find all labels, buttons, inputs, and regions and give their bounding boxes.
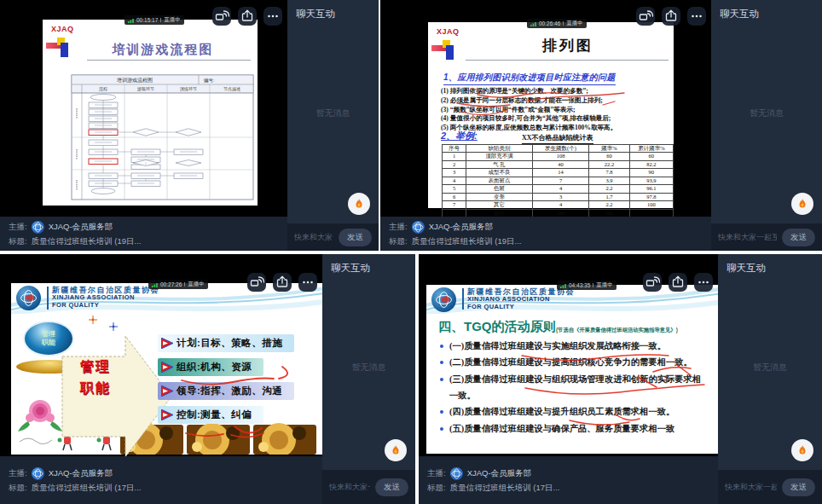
meeting-window-4: 新疆维吾尔自治区质量协会 XINJIANG ASSOCIATION FOR QU…: [419, 254, 822, 504]
cast-button[interactable]: [247, 273, 266, 292]
applause-button[interactable]: [348, 193, 370, 215]
section-1-heading: 1、应用排列图识别改进项目时应注意的问题: [443, 72, 616, 85]
text-line: (2) 必须是属于同一分层标志的数据,才能在一张图上排列;: [441, 96, 667, 106]
live-time: 04:43:35: [569, 282, 590, 288]
globe-icon: [32, 221, 44, 234]
chat-input[interactable]: 快来和大家一起互动吧: [329, 482, 370, 493]
share-button[interactable]: [273, 273, 292, 292]
send-button[interactable]: 发送: [782, 478, 815, 496]
send-button[interactable]: 发送: [782, 229, 815, 246]
share-button[interactable]: [662, 7, 680, 26]
arrow-bullet-icon: [161, 338, 173, 349]
live-label: 直播中: [188, 281, 205, 288]
video-stage: XJAQ 培训游戏流程图 培训游戏流程图 编号: 流程: [0, 0, 287, 217]
send-button[interactable]: 发送: [375, 478, 408, 496]
more-button[interactable]: [687, 7, 706, 26]
association-logo: [16, 286, 41, 310]
arrow-bullet-icon: [161, 362, 173, 373]
signal-icon: [152, 282, 158, 287]
stream-infobar: 主播:XJAQ-会员服务部 标题:质量信得过班组长培训 (17日...: [0, 456, 322, 504]
xjaq-logo: XJAQ: [437, 27, 460, 36]
live-label: 直播中: [566, 20, 583, 27]
stream-title: 质量信得过班组长培训 (19日...: [32, 236, 142, 247]
cast-icon: [247, 273, 266, 292]
flame-icon: [796, 444, 808, 456]
slide-flowchart: XJAQ 培训游戏流程图 培训游戏流程图 编号: 流程: [43, 20, 258, 206]
signal-icon: [128, 18, 134, 23]
share-button[interactable]: [238, 7, 257, 26]
chat-panel: 聊天互动 暂无消息 快来和大家一起互动吧 发送: [711, 0, 822, 251]
arrow-label: 管理 职能: [67, 356, 124, 399]
share-icon: [662, 7, 680, 26]
table-header-cell: 序号: [443, 145, 466, 153]
chat-empty-text: 暂无消息: [287, 107, 379, 119]
share-button[interactable]: [669, 273, 687, 292]
host-label: 主播:: [9, 222, 27, 233]
send-button[interactable]: 发送: [339, 229, 372, 246]
live-time: 00:27:26: [160, 281, 182, 287]
applause-button[interactable]: [385, 439, 407, 461]
more-button[interactable]: [298, 273, 317, 292]
table-cell: 2.2: [589, 201, 629, 209]
table-cell: 成型不良: [466, 169, 533, 177]
table-cell: 合计: [466, 209, 533, 217]
more-icon: [694, 273, 713, 292]
chat-panel: 聊天互动 暂无消息 快来和大家一起互动吧 发送: [322, 254, 415, 504]
applause-button[interactable]: [791, 193, 813, 215]
chat-input[interactable]: 快来和大家一起互动吧: [718, 232, 777, 243]
text-line: (四)质量信得过班组建设与提升组织员工素质需求相一致。: [438, 403, 709, 420]
pareto-points: (1) 排列图依据的原理是“关键的少数、次要的多数”;(2) 必须是属于同一分层…: [441, 87, 667, 133]
meeting-window-2: XJAQ 排列图 1、应用排列图识别改进项目时应注意的问题 (1) 排列图依据的…: [380, 0, 822, 251]
association-name: 新疆维吾尔自治区质量协会 XINJIANG ASSOCIATION FOR QU…: [52, 286, 159, 310]
table-header-cell: 发生频数(个): [532, 145, 588, 153]
chat-empty-text: 暂无消息: [718, 362, 822, 374]
arrow-bullet-icon: [161, 409, 173, 420]
more-button[interactable]: [694, 273, 713, 292]
chat-input-bar: 快来和大家一起互动吧 发送: [322, 470, 415, 504]
video-area: 新疆维吾尔自治区质量协会 XINJIANG ASSOCIATION FOR QU…: [419, 254, 718, 504]
host-name: XJAQ-会员服务部: [429, 222, 493, 233]
host-avatar: [32, 221, 44, 234]
meeting-window-3: 新疆维吾尔自治区质量协会 XINJIANG ASSOCIATION FOR QU…: [0, 254, 415, 504]
chat-input-bar: 快来和大家一起互动吧 发送: [287, 223, 379, 251]
table-cell: 5: [443, 185, 466, 193]
applause-button[interactable]: [791, 439, 813, 461]
signal-icon: [530, 21, 536, 26]
text-line: (五)质量信得过班组建设与确保产品、服务质量要求相一致: [438, 420, 709, 437]
live-time: 00:15:17: [136, 17, 158, 23]
table-cell: [629, 209, 673, 217]
more-icon: [687, 7, 706, 26]
flowchart-diagram: 培训游戏流程图 编号: 流程 游戏环节 演练环节 节点描述: [71, 74, 254, 200]
chat-input[interactable]: 快来和大家一起互动吧: [294, 232, 333, 243]
chat-header: 聊天互动: [711, 0, 822, 28]
section-2-heading: 2、举例:: [441, 130, 478, 142]
table-cell: 3.9: [589, 177, 629, 184]
table-cell: 顶部充不满: [466, 153, 533, 160]
svg-text:节点描述: 节点描述: [223, 86, 240, 92]
video-area: 新疆维吾尔自治区质量协会 XINJIANG ASSOCIATION FOR QU…: [0, 254, 322, 504]
table-cell: 14: [532, 169, 588, 177]
cast-button[interactable]: [636, 7, 655, 26]
table-cell: 7: [532, 177, 588, 184]
more-icon: [263, 7, 282, 26]
cast-button[interactable]: [212, 7, 231, 26]
xjaq-logo: XJAQ: [51, 25, 74, 33]
table-cell: 108: [532, 153, 588, 160]
table-row: 3成型不良147.890: [443, 169, 674, 177]
table-cell: 1.7: [589, 193, 629, 200]
chat-empty-text: 暂无消息: [711, 107, 822, 119]
table-cell: 4: [532, 201, 588, 209]
management-item: 控制:测量、纠偏: [158, 406, 263, 424]
stream-title: 质量信得过班组长培训 (17日...: [32, 483, 142, 494]
host-name: XJAQ-会员服务部: [467, 468, 531, 479]
table-cell: 7.8: [589, 169, 629, 177]
defect-table: 序号缺陷类别发生频数(个)频率%累计频率%1顶部充不满10860602气 孔40…: [442, 144, 674, 217]
more-button[interactable]: [263, 7, 282, 26]
globe-icon: [18, 287, 39, 309]
flame-icon: [353, 198, 365, 210]
chat-header: 聊天互动: [718, 254, 822, 282]
chat-input[interactable]: 快来和大家一起互动吧: [725, 482, 777, 493]
cast-button[interactable]: [643, 273, 662, 292]
table-cell: 22.2: [589, 160, 629, 168]
slide-title: 培训游戏流程图: [68, 42, 258, 58]
